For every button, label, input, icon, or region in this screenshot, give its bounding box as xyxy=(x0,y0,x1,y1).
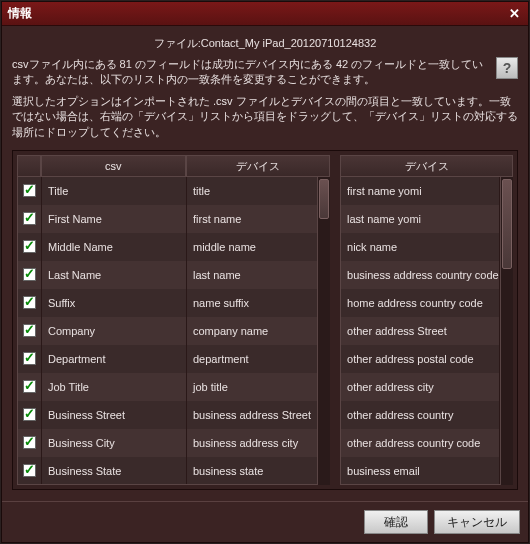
table-row[interactable]: First Namefirst name xyxy=(18,205,317,233)
header-csv[interactable]: csv xyxy=(41,155,186,177)
list-item[interactable]: first name yomi xyxy=(341,177,500,205)
titlebar: 情報 ✕ xyxy=(2,2,528,26)
row-checkbox-cell[interactable] xyxy=(18,429,42,457)
checkbox-icon[interactable] xyxy=(23,324,36,337)
option-info-text: 選択したオプションはインポートされた .csv ファイルとデバイスの間の項目と一… xyxy=(12,94,518,140)
table-row[interactable]: Last Namelast name xyxy=(18,261,317,289)
row-checkbox-cell[interactable] xyxy=(18,233,42,261)
row-checkbox-cell[interactable] xyxy=(18,205,42,233)
checkbox-icon[interactable] xyxy=(23,380,36,393)
table-row[interactable]: Job Titlejob title xyxy=(18,373,317,401)
right-table-body: first name yomilast name yominick namebu… xyxy=(340,177,501,485)
list-item[interactable]: business email xyxy=(341,457,500,485)
list-item[interactable]: nick name xyxy=(341,233,500,261)
table-row[interactable]: Middle Namemiddle name xyxy=(18,233,317,261)
csv-field-cell: Business State xyxy=(42,457,187,485)
match-info-text: csvファイル内にある 81 のフィールドは成功にデバイス内にある 42 のフィ… xyxy=(12,57,492,88)
table-row[interactable]: Companycompany name xyxy=(18,317,317,345)
table-row[interactable]: Departmentdepartment xyxy=(18,345,317,373)
list-item[interactable]: last name yomi xyxy=(341,205,500,233)
content-area: ファイル:Contact_My iPad_20120710124832 csvフ… xyxy=(2,26,528,501)
csv-field-cell: First Name xyxy=(42,205,187,233)
device-field-cell[interactable]: business state xyxy=(187,457,317,485)
device-field-label: last name yomi xyxy=(341,205,500,233)
row-checkbox-cell[interactable] xyxy=(18,345,42,373)
checkbox-icon[interactable] xyxy=(23,464,36,477)
window-title: 情報 xyxy=(8,5,32,22)
checkbox-icon[interactable] xyxy=(23,212,36,225)
dialog-footer: 確認 キャンセル xyxy=(2,501,528,542)
ok-button[interactable]: 確認 xyxy=(364,510,428,534)
file-info: ファイル:Contact_My iPad_20120710124832 xyxy=(12,36,518,53)
device-field-cell[interactable]: middle name xyxy=(187,233,317,261)
table-row[interactable]: Business Statebusiness state xyxy=(18,457,317,485)
list-item[interactable]: home address country code xyxy=(341,289,500,317)
checkbox-icon[interactable] xyxy=(23,268,36,281)
csv-field-cell: Last Name xyxy=(42,261,187,289)
list-item[interactable]: other address city xyxy=(341,373,500,401)
device-field-cell[interactable]: department xyxy=(187,345,317,373)
device-field-cell[interactable]: business address city xyxy=(187,429,317,457)
device-field-label: first name yomi xyxy=(341,177,500,205)
device-field-cell[interactable]: name suffix xyxy=(187,289,317,317)
device-field-label: home address country code xyxy=(341,289,500,317)
header-device-right[interactable]: デバイス xyxy=(340,155,513,177)
csv-field-cell: Job Title xyxy=(42,373,187,401)
right-scrollbar-thumb[interactable] xyxy=(502,179,512,269)
csv-field-cell: Company xyxy=(42,317,187,345)
csv-field-cell: Business Street xyxy=(42,401,187,429)
device-field-label: business address country code xyxy=(341,261,500,289)
row-checkbox-cell[interactable] xyxy=(18,373,42,401)
device-field-cell[interactable]: job title xyxy=(187,373,317,401)
row-checkbox-cell[interactable] xyxy=(18,289,42,317)
device-field-label: other address city xyxy=(341,373,500,401)
device-field-cell[interactable]: first name xyxy=(187,205,317,233)
right-scrollbar[interactable] xyxy=(501,177,513,485)
csv-field-cell: Middle Name xyxy=(42,233,187,261)
device-field-cell[interactable]: title xyxy=(187,177,317,205)
left-table: csv デバイス TitletitleFirst Namefirst nameM… xyxy=(17,155,330,485)
checkbox-icon[interactable] xyxy=(23,184,36,197)
cancel-button[interactable]: キャンセル xyxy=(434,510,520,534)
device-field-cell[interactable]: company name xyxy=(187,317,317,345)
row-checkbox-cell[interactable] xyxy=(18,317,42,345)
checkbox-icon[interactable] xyxy=(23,296,36,309)
csv-field-cell: Suffix xyxy=(42,289,187,317)
checkbox-icon[interactable] xyxy=(23,436,36,449)
row-checkbox-cell[interactable] xyxy=(18,457,42,485)
device-field-label: other address country xyxy=(341,401,500,429)
left-scrollbar-thumb[interactable] xyxy=(319,179,329,219)
checkbox-icon[interactable] xyxy=(23,352,36,365)
csv-field-cell: Business City xyxy=(42,429,187,457)
device-field-label: other address Street xyxy=(341,317,500,345)
device-field-label: business email xyxy=(341,457,500,485)
table-row[interactable]: Suffixname suffix xyxy=(18,289,317,317)
list-item[interactable]: other address postal code xyxy=(341,345,500,373)
row-checkbox-cell[interactable] xyxy=(18,401,42,429)
list-item[interactable]: other address country xyxy=(341,401,500,429)
row-checkbox-cell[interactable] xyxy=(18,261,42,289)
csv-field-cell: Title xyxy=(42,177,187,205)
left-scrollbar[interactable] xyxy=(318,177,330,485)
device-field-label: nick name xyxy=(341,233,500,261)
device-field-cell[interactable]: business address Street xyxy=(187,401,317,429)
help-button[interactable]: ? xyxy=(496,57,518,79)
table-row[interactable]: Titletitle xyxy=(18,177,317,205)
mapping-tables: csv デバイス TitletitleFirst Namefirst nameM… xyxy=(12,150,518,490)
list-item[interactable]: other address country code xyxy=(341,429,500,457)
list-item[interactable]: business address country code xyxy=(341,261,500,289)
list-item[interactable]: other address Street xyxy=(341,317,500,345)
device-field-label: other address postal code xyxy=(341,345,500,373)
table-row[interactable]: Business Streetbusiness address Street xyxy=(18,401,317,429)
csv-field-cell: Department xyxy=(42,345,187,373)
device-field-cell[interactable]: last name xyxy=(187,261,317,289)
row-checkbox-cell[interactable] xyxy=(18,177,42,205)
right-table: デバイス first name yomilast name yominick n… xyxy=(340,155,513,485)
header-checkbox-col[interactable] xyxy=(17,155,41,177)
checkbox-icon[interactable] xyxy=(23,408,36,421)
table-row[interactable]: Business Citybusiness address city xyxy=(18,429,317,457)
checkbox-icon[interactable] xyxy=(23,240,36,253)
close-icon[interactable]: ✕ xyxy=(506,6,522,22)
header-device[interactable]: デバイス xyxy=(186,155,331,177)
file-line: ファイル:Contact_My iPad_20120710124832 xyxy=(12,36,518,51)
